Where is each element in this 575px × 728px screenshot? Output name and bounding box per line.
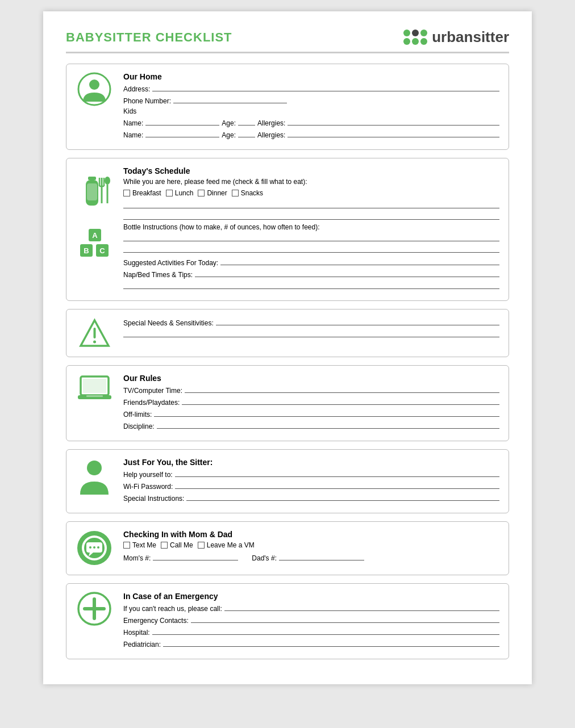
- contacts-label: Emergency Contacts:: [123, 617, 189, 625]
- section-special-needs: Special Needs & Sensitivities:: [66, 309, 509, 357]
- contacts-line: Emergency Contacts:: [123, 615, 499, 625]
- checking-options-row: Text Me Call Me Leave Me a VM: [123, 541, 499, 549]
- help-field[interactable]: [175, 469, 499, 477]
- allergies-label-1: Allergies:: [257, 119, 285, 127]
- header: BABYSITTER CHECKLIST urbansitter: [66, 28, 509, 53]
- icon-col-schedule: A B C: [74, 166, 114, 260]
- warning-icon: [79, 317, 110, 349]
- meals-row: Breakfast Lunch Dinner Snacks: [123, 189, 499, 197]
- schedule-title: Today's Schedule: [123, 166, 499, 175]
- phone-label: Phone Number:: [123, 97, 171, 105]
- logo-text: urbansitter: [432, 28, 509, 46]
- icon-col-emergency: [74, 592, 114, 626]
- name-label-1: Name:: [123, 119, 143, 127]
- rules-title: Our Rules: [123, 374, 499, 383]
- kid2-allergies[interactable]: [288, 129, 499, 137]
- age-label-2: Age:: [222, 131, 236, 139]
- dot-2: [412, 30, 419, 36]
- lunch-checkbox[interactable]: [166, 190, 173, 196]
- reach-line: If you can't reach us, please call:: [123, 603, 499, 613]
- svg-text:C: C: [99, 246, 105, 255]
- nap-field[interactable]: [195, 269, 499, 277]
- logo: urbansitter: [403, 28, 509, 46]
- special-instructions-field[interactable]: [186, 493, 499, 501]
- content-schedule: Today's Schedule While you are here, ple…: [123, 166, 499, 292]
- tv-field[interactable]: [185, 385, 499, 393]
- pediatrician-line: Pediatrician:: [123, 639, 499, 648]
- help-line: Help yourself to:: [123, 469, 499, 479]
- call-me-checkbox[interactable]: [161, 542, 168, 549]
- leave-vm-checkbox[interactable]: [198, 542, 205, 549]
- kid1-line: Name: Age: Allergies:: [123, 118, 499, 127]
- moms-label: Mom's #:: [123, 554, 151, 562]
- meals-line-1[interactable]: [123, 200, 499, 208]
- kids-label-line: Kids: [123, 107, 499, 115]
- call-me-label: Call Me: [170, 541, 193, 549]
- age-label-1: Age:: [222, 119, 236, 127]
- nap-label: Nap/Bed Times & Tips:: [123, 271, 193, 279]
- section-our-home: Our Home Address: Phone Number: Kids Nam…: [66, 64, 509, 150]
- offlimits-field[interactable]: [154, 409, 499, 417]
- kid2-name[interactable]: [145, 129, 219, 137]
- dinner-checkbox[interactable]: [198, 190, 205, 196]
- bottle-icon: [79, 172, 110, 215]
- kid1-name[interactable]: [145, 118, 219, 125]
- breakfast-checkbox[interactable]: [123, 190, 130, 196]
- content-rules: Our Rules TV/Computer Time: Friends/Play…: [123, 374, 499, 433]
- nap-line: Nap/Bed Times & Tips:: [123, 269, 499, 279]
- icon-col-phone: [74, 530, 114, 567]
- call-me-item: Call Me: [161, 541, 193, 549]
- svg-point-19: [93, 341, 96, 344]
- dot-3: [420, 30, 427, 36]
- name-label-2: Name:: [123, 131, 143, 139]
- svg-rect-2: [88, 177, 96, 180]
- friends-field[interactable]: [182, 397, 499, 405]
- svg-rect-21: [83, 379, 106, 393]
- snacks-checkbox[interactable]: [232, 190, 239, 196]
- reach-field[interactable]: [224, 603, 499, 611]
- leave-vm-item: Leave Me a VM: [198, 541, 255, 549]
- bottle-line-2[interactable]: [123, 245, 499, 253]
- svg-point-9: [105, 177, 110, 185]
- special-needs-extra[interactable]: [123, 329, 499, 337]
- svg-text:A: A: [92, 231, 98, 240]
- address-field[interactable]: [152, 83, 499, 91]
- kids-label: Kids: [123, 107, 136, 115]
- svg-text:B: B: [84, 246, 89, 255]
- bottle-line-1[interactable]: [123, 233, 499, 241]
- contacts-field[interactable]: [191, 615, 499, 623]
- content-our-home: Our Home Address: Phone Number: Kids Nam…: [123, 72, 499, 141]
- wifi-field[interactable]: [175, 481, 499, 489]
- phone-chat-icon: [76, 530, 113, 567]
- lunch-label: Lunch: [175, 189, 194, 197]
- kid1-allergies[interactable]: [288, 118, 499, 125]
- schedule-intro: While you are here, please feed me (chec…: [123, 178, 499, 186]
- logo-brand: urban: [432, 28, 473, 45]
- meals-line-2[interactable]: [123, 212, 499, 220]
- hospital-field[interactable]: [152, 627, 499, 635]
- logo-dots: [403, 30, 427, 45]
- pediatrician-field[interactable]: [163, 639, 499, 647]
- content-special-needs: Special Needs & Sensitivities:: [123, 317, 499, 341]
- leave-vm-label: Leave Me a VM: [207, 541, 255, 549]
- svg-point-24: [87, 461, 102, 475]
- nap-extra-line[interactable]: [123, 281, 499, 289]
- kid2-age[interactable]: [238, 129, 255, 137]
- section-schedule: A B C Today's Schedule While you are her…: [66, 158, 509, 301]
- text-me-label: Text Me: [132, 541, 156, 549]
- discipline-field[interactable]: [157, 421, 499, 429]
- abc-blocks-icon: A B C: [77, 226, 111, 260]
- text-me-checkbox[interactable]: [123, 542, 130, 549]
- address-label: Address:: [123, 85, 150, 93]
- moms-number[interactable]: [153, 553, 238, 560]
- offlimits-label: Off-limits:: [123, 411, 152, 419]
- dinner-label: Dinner: [207, 189, 227, 197]
- activities-field[interactable]: [220, 257, 499, 265]
- dads-number[interactable]: [279, 553, 364, 560]
- kid1-age[interactable]: [238, 118, 255, 125]
- dinner-item: Dinner: [198, 189, 227, 197]
- hospital-line: Hospital:: [123, 627, 499, 637]
- wifi-line: Wi-Fi Password:: [123, 481, 499, 491]
- phone-field[interactable]: [173, 95, 287, 103]
- special-needs-field[interactable]: [216, 317, 499, 325]
